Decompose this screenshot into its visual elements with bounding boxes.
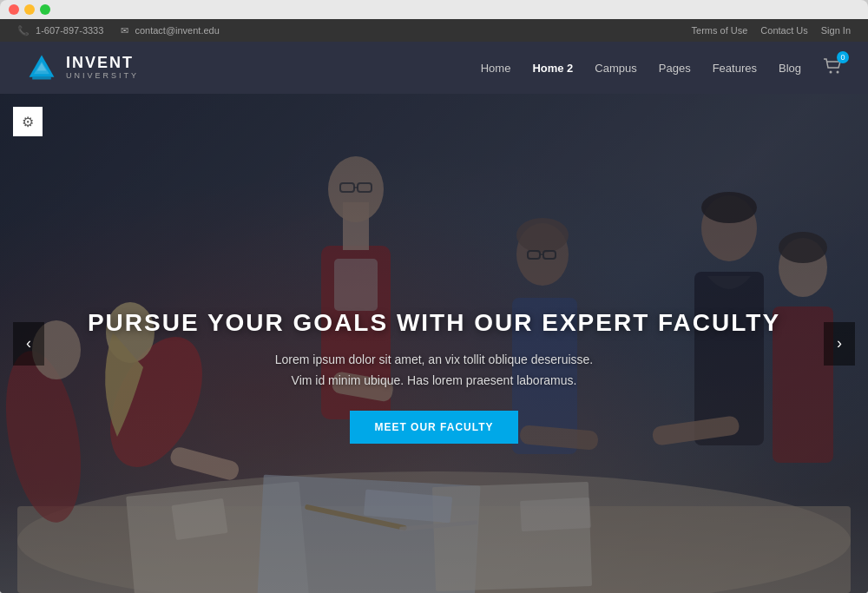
nav-links: Home Home 2 Campus Pages Features Blog 0 bbox=[481, 58, 842, 77]
hero-subtitle-line1: Lorem ipsum dolor sit amet, an vix tolli… bbox=[275, 353, 594, 366]
cart-badge: 0 bbox=[837, 51, 849, 63]
svg-point-5 bbox=[837, 71, 839, 74]
cart-button[interactable]: 0 bbox=[823, 58, 842, 77]
hero-title: PURSUE YOUR GOALS WITH OUR EXPERT FACULT… bbox=[87, 309, 781, 337]
utility-right: Terms of Use Contact Us Sign In bbox=[692, 25, 851, 36]
hero-prev-button[interactable]: ‹ bbox=[13, 322, 44, 366]
gear-icon: ⚙ bbox=[22, 114, 34, 130]
nav-blog[interactable]: Blog bbox=[779, 62, 801, 75]
svg-point-4 bbox=[830, 71, 832, 74]
terms-link[interactable]: Terms of Use bbox=[692, 25, 748, 36]
utility-left: 📞 1-607-897-3333 ✉ contact@invent.edu bbox=[17, 25, 220, 36]
hero-subtitle: Lorem ipsum dolor sit amet, an vix tolli… bbox=[87, 350, 781, 392]
logo-icon bbox=[26, 52, 57, 83]
utility-bar: 📞 1-607-897-3333 ✉ contact@invent.edu Te… bbox=[0, 19, 868, 42]
arrow-left-icon: ‹ bbox=[26, 334, 31, 353]
nav-home2[interactable]: Home 2 bbox=[532, 62, 573, 75]
logo-subtitle: UNIVERSITY bbox=[66, 72, 139, 81]
nav-campus[interactable]: Campus bbox=[595, 62, 636, 75]
arrow-right-icon: › bbox=[837, 334, 842, 353]
nav-pages[interactable]: Pages bbox=[659, 62, 691, 75]
close-dot[interactable] bbox=[9, 4, 19, 15]
contact-link[interactable]: Contact Us bbox=[760, 25, 807, 36]
phone-contact: 📞 1-607-897-3333 bbox=[17, 25, 103, 36]
hero-subtitle-line2: Vim id minim ubique. Has lorem praesent … bbox=[292, 373, 577, 387]
logo[interactable]: INVENT UNIVERSITY bbox=[26, 52, 139, 83]
window-chrome bbox=[0, 0, 868, 19]
maximize-dot[interactable] bbox=[40, 4, 50, 15]
logo-name: INVENT bbox=[66, 55, 139, 72]
email-address: contact@invent.edu bbox=[135, 25, 219, 36]
nav-home[interactable]: Home bbox=[481, 62, 511, 75]
settings-gear-button[interactable]: ⚙ bbox=[13, 107, 43, 136]
signin-link[interactable]: Sign In bbox=[821, 25, 851, 36]
hero-next-button[interactable]: › bbox=[824, 322, 855, 366]
phone-number: 1-607-897-3333 bbox=[36, 25, 103, 36]
svg-rect-3 bbox=[32, 77, 51, 80]
hero-section: ⚙ PURSUE YOUR GOALS WITH OUR EXPERT FACU… bbox=[0, 94, 868, 593]
hero-content: PURSUE YOUR GOALS WITH OUR EXPERT FACULT… bbox=[87, 309, 781, 444]
main-nav: INVENT UNIVERSITY Home Home 2 Campus Pag… bbox=[0, 42, 868, 94]
email-icon: ✉ bbox=[121, 25, 128, 36]
minimize-dot[interactable] bbox=[24, 4, 35, 15]
nav-features[interactable]: Features bbox=[713, 62, 757, 75]
hero-cta-button[interactable]: MEET OUR FACULTY bbox=[350, 411, 517, 444]
phone-icon: 📞 bbox=[17, 25, 30, 36]
browser-content: 📞 1-607-897-3333 ✉ contact@invent.edu Te… bbox=[0, 19, 868, 593]
logo-text: INVENT UNIVERSITY bbox=[66, 55, 139, 81]
email-contact: ✉ contact@invent.edu bbox=[121, 25, 219, 36]
